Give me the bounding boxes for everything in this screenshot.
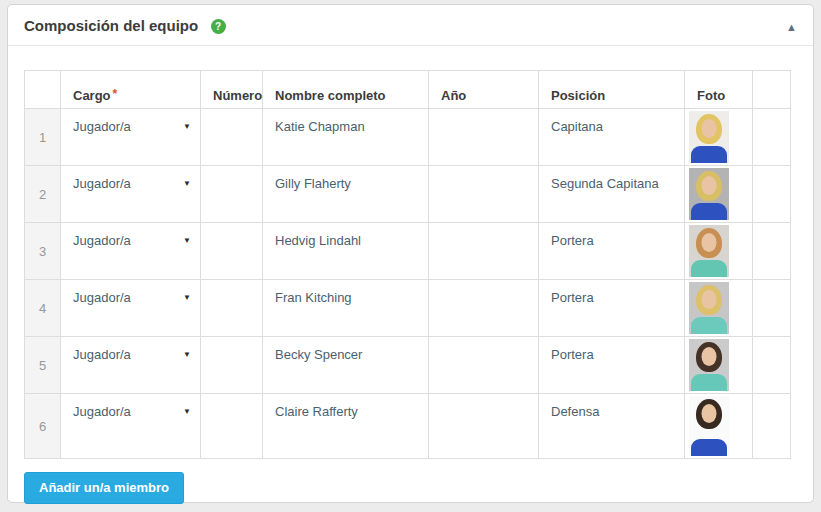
numero-field[interactable]: [201, 109, 263, 166]
chevron-down-icon: ▼: [183, 293, 191, 302]
cargo-select-value: Jugador/a: [73, 347, 131, 362]
numero-field[interactable]: [201, 280, 263, 337]
ano-field[interactable]: [429, 337, 539, 394]
posicion-field[interactable]: Portera: [539, 280, 685, 337]
row-actions-cell: [753, 109, 791, 166]
cargo-select[interactable]: Jugador/a▼: [61, 223, 200, 279]
cargo-select[interactable]: Jugador/a▼: [61, 280, 200, 336]
table-row: 1 Jugador/a▼ Katie Chapman Capitana: [25, 109, 791, 166]
header-numero: Número: [201, 71, 263, 109]
chevron-down-icon: ▼: [183, 122, 191, 131]
header-actions: [753, 71, 791, 109]
cargo-select-value: Jugador/a: [73, 176, 131, 191]
nombre-field[interactable]: Hedvig Lindahl: [263, 223, 429, 280]
chevron-down-icon: ▼: [183, 236, 191, 245]
player-photo[interactable]: [689, 339, 729, 391]
help-icon[interactable]: ?: [211, 19, 226, 34]
cargo-select-value: Jugador/a: [73, 290, 131, 305]
ano-field[interactable]: [429, 223, 539, 280]
team-members-table: Cargo* Número Nombre completo Año Posici…: [24, 70, 791, 459]
header-cargo-label: Cargo: [73, 88, 111, 103]
row-number: 1: [25, 109, 61, 166]
row-number: 3: [25, 223, 61, 280]
posicion-field[interactable]: Defensa: [539, 394, 685, 459]
cargo-select[interactable]: Jugador/a▼: [61, 109, 200, 165]
ano-field[interactable]: [429, 394, 539, 459]
photo-face-shape: [702, 347, 717, 366]
panel-header: Composición del equipo ? ▲: [8, 5, 813, 46]
chevron-down-icon: ▼: [183, 350, 191, 359]
ano-field[interactable]: [429, 166, 539, 223]
panel-title: Composición del equipo: [24, 17, 198, 34]
photo-face-shape: [702, 119, 717, 138]
player-photo[interactable]: [689, 396, 729, 456]
header-posicion: Posición: [539, 71, 685, 109]
chevron-down-icon: ▼: [183, 407, 191, 416]
cargo-select[interactable]: Jugador/a▼: [61, 166, 200, 222]
posicion-field[interactable]: Capitana: [539, 109, 685, 166]
team-composition-panel: Composición del equipo ? ▲ Cargo* Número…: [7, 4, 814, 503]
cargo-select-value: Jugador/a: [73, 119, 131, 134]
player-photo[interactable]: [689, 282, 729, 334]
chevron-down-icon: ▼: [183, 179, 191, 188]
row-actions-cell: [753, 223, 791, 280]
cargo-select-value: Jugador/a: [73, 233, 131, 248]
ano-field[interactable]: [429, 109, 539, 166]
photo-shirt-shape: [691, 260, 727, 277]
row-actions-cell: [753, 166, 791, 223]
numero-field[interactable]: [201, 337, 263, 394]
photo-shirt-shape: [691, 146, 727, 163]
table-row: 5 Jugador/a▼ Becky Spencer Portera: [25, 337, 791, 394]
required-asterisk: *: [113, 87, 118, 101]
nombre-field[interactable]: Fran Kitching: [263, 280, 429, 337]
cargo-select[interactable]: Jugador/a▼: [61, 337, 200, 393]
photo-face-shape: [702, 176, 717, 195]
posicion-field[interactable]: Segunda Capitana: [539, 166, 685, 223]
photo-shirt-shape: [691, 203, 727, 220]
numero-field[interactable]: [201, 394, 263, 459]
player-photo[interactable]: [689, 111, 729, 163]
cargo-select[interactable]: Jugador/a▼: [61, 394, 200, 450]
numero-field[interactable]: [201, 166, 263, 223]
row-actions-cell: [753, 337, 791, 394]
player-photo[interactable]: [689, 168, 729, 220]
cargo-select-value: Jugador/a: [73, 404, 131, 419]
photo-face-shape: [702, 404, 717, 423]
table-row: 2 Jugador/a▼ Gilly Flaherty Segunda Capi…: [25, 166, 791, 223]
photo-face-shape: [702, 233, 717, 252]
add-member-button[interactable]: Añadir un/a miembro: [24, 472, 184, 504]
photo-face-shape: [702, 290, 717, 309]
nombre-field[interactable]: Gilly Flaherty: [263, 166, 429, 223]
nombre-field[interactable]: Claire Rafferty: [263, 394, 429, 459]
header-rownum: [25, 71, 61, 109]
collapse-panel-icon[interactable]: ▲: [786, 19, 797, 35]
row-actions-cell: [753, 280, 791, 337]
table-row: 3 Jugador/a▼ Hedvig Lindahl Portera: [25, 223, 791, 280]
header-foto: Foto: [685, 71, 753, 109]
row-number: 5: [25, 337, 61, 394]
row-number: 2: [25, 166, 61, 223]
row-number: 4: [25, 280, 61, 337]
ano-field[interactable]: [429, 280, 539, 337]
posicion-field[interactable]: Portera: [539, 337, 685, 394]
table-header-row: Cargo* Número Nombre completo Año Posici…: [25, 71, 791, 109]
photo-shirt-shape: [691, 439, 727, 456]
header-cargo: Cargo*: [61, 71, 201, 109]
nombre-field[interactable]: Becky Spencer: [263, 337, 429, 394]
posicion-field[interactable]: Portera: [539, 223, 685, 280]
row-actions-cell: [753, 394, 791, 459]
table-row: 6 Jugador/a▼ Claire Rafferty Defensa: [25, 394, 791, 459]
header-nombre: Nombre completo: [263, 71, 429, 109]
numero-field[interactable]: [201, 223, 263, 280]
header-ano: Año: [429, 71, 539, 109]
row-number: 6: [25, 394, 61, 459]
table-row: 4 Jugador/a▼ Fran Kitching Portera: [25, 280, 791, 337]
nombre-field[interactable]: Katie Chapman: [263, 109, 429, 166]
photo-shirt-shape: [691, 374, 727, 391]
player-photo[interactable]: [689, 225, 729, 277]
photo-shirt-shape: [691, 317, 727, 334]
